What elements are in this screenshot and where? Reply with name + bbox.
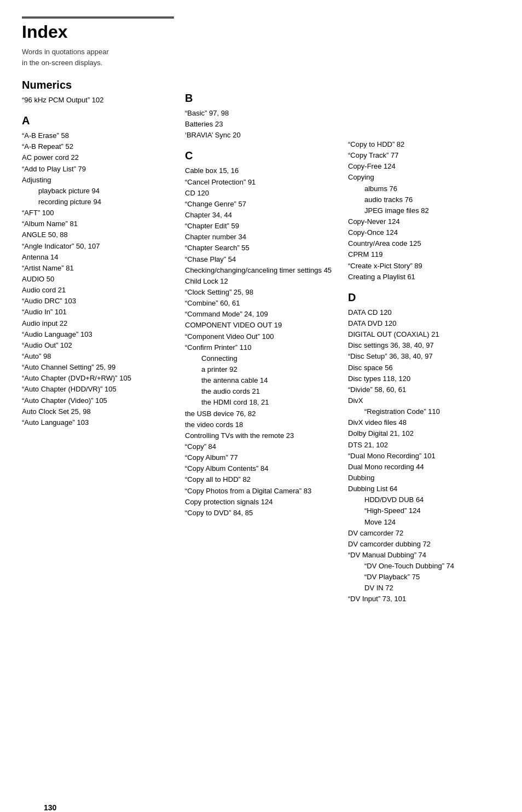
entry: Chapter number 34 [185, 232, 337, 243]
entry: CPRM 119 [348, 249, 500, 260]
entry: Child Lock 12 [185, 276, 337, 287]
entry: AC power cord 22 [22, 152, 174, 163]
entry: AUDIO 50 [22, 274, 174, 285]
entry: Checking/changing/canceling timer settin… [185, 265, 337, 276]
section-numerics: Numerics [22, 79, 174, 91]
entry: “DV One-Touch Dubbing” 74 [348, 561, 500, 572]
entry: DivX [348, 395, 500, 406]
entry: the audio cords 21 [185, 386, 337, 397]
entry: Copying [348, 172, 500, 183]
entry: Batteries 23 [185, 119, 337, 130]
entry: Disc types 118, 120 [348, 373, 500, 384]
page-wrapper: Index Words in quotations appear in the … [22, 16, 500, 812]
entry: Connecting [185, 353, 337, 364]
section-d: D [348, 291, 500, 304]
page-title: Index [22, 22, 174, 42]
entry: the USB device 76, 82 [185, 408, 337, 419]
entry: “Clock Setting” 25, 98 [185, 287, 337, 298]
entry: DATA CD 120 [348, 307, 500, 318]
entry: Copy-Free 124 [348, 161, 500, 172]
entry: “Copy” 84 [185, 441, 337, 452]
entry: “Confirm Printer” 110 [185, 342, 337, 353]
entry: Disc space 56 [348, 362, 500, 373]
entry: Copy protection signals 124 [185, 497, 337, 508]
entry: playback picture 94 [22, 186, 174, 197]
entry: “A-B Repeat” 52 [22, 141, 174, 152]
entry: “Create x-Pict Story” 89 [348, 261, 500, 272]
entry: Cable box 15, 16 [185, 165, 337, 176]
entry: Audio cord 21 [22, 285, 174, 296]
entry: “Auto Chapter (DVD+R/+RW)” 105 [22, 373, 174, 384]
entry: “DV Manual Dubbing” 74 [348, 550, 500, 561]
entry: “Auto Channel Setting” 25, 99 [22, 362, 174, 373]
entry: “Artist Name” 81 [22, 263, 174, 274]
entry: “Command Mode” 24, 109 [185, 309, 337, 320]
entry: “Copy to HDD” 82 [348, 139, 500, 150]
entry: COMPONENT VIDEO OUT 19 [185, 320, 337, 331]
entry: “Combine” 60, 61 [185, 298, 337, 309]
entry: “Audio In” 101 [22, 307, 174, 318]
entry: “Add to Play List” 79 [22, 164, 174, 175]
entry: Creating a Playlist 61 [348, 272, 500, 283]
entry: Dubbing List 64 [348, 483, 500, 494]
entry: DV IN 72 [348, 583, 500, 594]
entry: “96 kHz PCM Output” 102 [22, 95, 174, 106]
entry: “A-B Erase” 58 [22, 130, 174, 141]
entry: “DV Input” 73, 101 [348, 594, 500, 604]
entry: “Copy Album” 77 [185, 452, 337, 463]
entry: “Chapter Edit” 59 [185, 221, 337, 232]
entry: “Divide” 58, 60, 61 [348, 384, 500, 395]
column-2: B “Basic” 97, 98 Batteries 23 ‘BRAVIA’ S… [185, 16, 348, 605]
entry: Controlling TVs with the remote 23 [185, 430, 337, 441]
entry: “High-Speed” 124 [348, 505, 500, 516]
entry: albums 76 [348, 183, 500, 194]
entry: Audio input 22 [22, 318, 174, 329]
entry: recording picture 94 [22, 197, 174, 208]
entry: Dolby Digital 21, 102 [348, 428, 500, 439]
page-container: Index Words in quotations appear in the … [22, 16, 500, 605]
section-a: A [22, 114, 174, 127]
entry: the antenna cable 14 [185, 375, 337, 386]
entry: JPEG image files 82 [348, 205, 500, 216]
entry: ‘BRAVIA’ Sync 20 [185, 130, 337, 141]
entry: audio tracks 76 [348, 194, 500, 205]
entry: “Audio DRC” 103 [22, 296, 174, 307]
page-subtitle: Words in quotations appear in the on-scr… [22, 47, 174, 68]
column-1: Index Words in quotations appear in the … [22, 16, 185, 605]
column-3: “Copy to HDD” 82 “Copy Track” 77 Copy-Fr… [348, 16, 500, 605]
section-c: C [185, 149, 337, 162]
entry: “Chase Play” 54 [185, 254, 337, 265]
entry: “Audio Language” 103 [22, 329, 174, 340]
entry: Move 124 [348, 517, 500, 528]
entry: the HDMI cord 18, 21 [185, 397, 337, 408]
entry: “Auto Language” 103 [22, 417, 174, 428]
entry: DIGITAL OUT (COAXIAL) 21 [348, 329, 500, 340]
entry: Copy-Never 124 [348, 216, 500, 227]
entry: Auto Clock Set 25, 98 [22, 406, 174, 417]
entry: Antenna 14 [22, 252, 174, 263]
entry: Country/Area code 125 [348, 238, 500, 249]
entry: Copy-Once 124 [348, 227, 500, 238]
entry: “Component Video Out” 100 [185, 331, 337, 342]
entry: “Copy Track” 77 [348, 150, 500, 161]
entry: DTS 21, 102 [348, 440, 500, 451]
entry: “Album Name” 81 [22, 218, 174, 229]
entry: “Dual Mono Recording” 101 [348, 451, 500, 462]
entry: DATA DVD 120 [348, 318, 500, 329]
entry: “Auto” 98 [22, 351, 174, 362]
entry: “Angle Indicator” 50, 107 [22, 241, 174, 252]
entry: Adjusting [22, 175, 174, 186]
entry: “Copy all to HDD” 82 [185, 474, 337, 485]
entry: Chapter 34, 44 [185, 210, 337, 221]
entry: HDD/DVD DUB 64 [348, 494, 500, 505]
section-b: B [185, 92, 337, 105]
entry: Disc settings 36, 38, 40, 97 [348, 340, 500, 351]
entry: DivX video files 48 [348, 417, 500, 428]
entry: “Chapter Search” 55 [185, 243, 337, 254]
entry: “Registration Code” 110 [348, 406, 500, 417]
entry: “DV Playback” 75 [348, 572, 500, 583]
entry: CD 120 [185, 188, 337, 199]
page-number: 130 [44, 803, 56, 812]
entry: “Copy Album Contents” 84 [185, 463, 337, 474]
entry: Dubbing [348, 473, 500, 483]
